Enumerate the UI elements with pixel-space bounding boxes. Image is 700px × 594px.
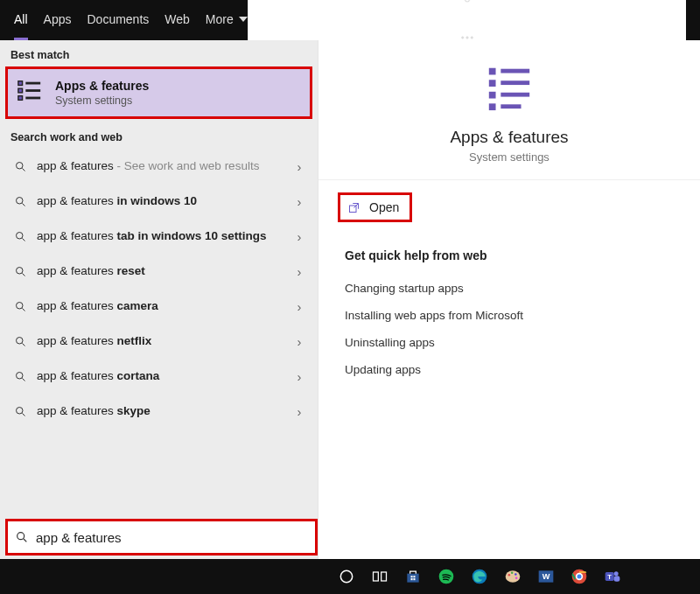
detail-title: Apps & features	[336, 128, 682, 147]
svg-line-23	[22, 378, 24, 381]
svg-point-52	[515, 577, 518, 579]
svg-point-49	[508, 574, 511, 577]
svg-rect-43	[413, 576, 415, 577]
taskbar-word-icon[interactable]: W	[532, 563, 560, 591]
help-link[interactable]: Updating apps	[345, 356, 674, 383]
svg-point-50	[511, 572, 514, 575]
suggestion-text: app & features camera	[37, 299, 283, 314]
svg-point-51	[514, 573, 517, 576]
svg-line-25	[22, 413, 24, 416]
svg-rect-28	[489, 68, 496, 75]
svg-line-11	[22, 168, 24, 171]
svg-rect-5	[18, 88, 23, 93]
svg-point-22	[16, 372, 23, 379]
feedback-icon[interactable]	[459, 0, 475, 10]
svg-point-24	[16, 407, 23, 414]
best-match-title: Apps & features	[55, 79, 149, 93]
svg-point-1	[461, 37, 463, 38]
svg-point-57	[578, 575, 582, 579]
suggestion-text: app & features cortana	[37, 369, 283, 384]
taskbar-store-icon[interactable]	[399, 563, 427, 591]
svg-point-14	[16, 232, 23, 239]
svg-point-10	[16, 162, 23, 169]
taskbar-spotify-icon[interactable]	[432, 563, 460, 591]
search-icon	[12, 230, 28, 243]
search-suggestion[interactable]: app & features tab in windows 10 setting…	[0, 219, 318, 254]
svg-rect-6	[18, 96, 23, 101]
search-suggestion[interactable]: app & features reset›	[0, 254, 318, 289]
chevron-right-icon: ›	[291, 404, 307, 419]
svg-point-20	[16, 337, 23, 344]
help-link[interactable]: Changing startup apps	[345, 275, 674, 302]
search-suggestion[interactable]: app & features cortana›	[0, 359, 318, 394]
detail-subtitle: System settings	[336, 150, 682, 164]
search-suggestion[interactable]: app & features in windows 10›	[0, 184, 318, 219]
search-suggestion[interactable]: app & features netflix›	[0, 324, 318, 359]
svg-rect-7	[25, 82, 40, 85]
search-suggestion[interactable]: app & features camera›	[0, 289, 318, 324]
scope-tab-documents[interactable]: Documents	[87, 0, 149, 40]
chevron-down-icon	[239, 17, 248, 22]
svg-rect-32	[500, 69, 529, 73]
chevron-right-icon: ›	[291, 229, 307, 244]
best-match-result[interactable]: Apps & features System settings	[5, 66, 312, 119]
svg-rect-41	[407, 574, 418, 583]
scope-tab-web[interactable]: Web	[164, 0, 190, 40]
suggestion-text: app & features tab in windows 10 setting…	[37, 229, 283, 244]
svg-line-27	[24, 539, 26, 542]
scope-tab-more[interactable]: More	[206, 0, 248, 40]
svg-text:W: W	[542, 572, 550, 581]
search-scope-tabs: AllAppsDocumentsWebMore	[0, 0, 700, 40]
svg-rect-31	[489, 103, 496, 110]
taskbar-paint-icon[interactable]	[499, 563, 527, 591]
suggestion-text: app & features reset	[37, 264, 283, 279]
help-link[interactable]: Installing web apps from Microsoft	[345, 302, 674, 329]
svg-line-21	[22, 343, 24, 346]
svg-rect-4	[18, 81, 23, 86]
help-link[interactable]: Uninstalling apps	[345, 329, 674, 356]
svg-rect-30	[489, 92, 496, 99]
search-suggestion[interactable]: app & features - See work and web result…	[0, 149, 318, 184]
search-box[interactable]	[5, 519, 318, 556]
open-button[interactable]: Open	[338, 192, 412, 222]
svg-rect-35	[500, 104, 521, 108]
scope-tab-apps[interactable]: Apps	[44, 0, 72, 40]
svg-rect-45	[413, 578, 415, 580]
svg-rect-39	[374, 572, 379, 581]
search-icon	[12, 265, 28, 278]
taskbar-edge-icon[interactable]	[466, 563, 494, 591]
search-icon	[12, 370, 28, 383]
search-icon	[12, 160, 28, 173]
suggestion-text: app & features in windows 10	[37, 194, 283, 209]
search-icon	[12, 335, 28, 348]
scope-tab-all[interactable]: All	[14, 0, 28, 40]
open-label: Open	[369, 200, 399, 214]
svg-rect-40	[382, 572, 387, 581]
search-results-pane: Best match Apps & features System settin…	[0, 40, 318, 559]
detail-pane: Apps & features System settings Open Get…	[318, 40, 700, 559]
search-web-header: Search work and web	[0, 122, 318, 149]
taskbar-chrome-icon[interactable]	[565, 563, 593, 591]
svg-point-3	[471, 37, 472, 38]
svg-rect-42	[411, 576, 413, 577]
apps-features-icon	[17, 78, 43, 108]
chevron-right-icon: ›	[291, 159, 307, 174]
search-icon	[12, 405, 28, 418]
open-icon	[347, 201, 360, 214]
apps-features-large-icon	[484, 61, 535, 115]
search-suggestion[interactable]: app & features skype›	[0, 394, 318, 429]
svg-rect-9	[25, 97, 40, 100]
chevron-right-icon: ›	[291, 264, 307, 279]
svg-point-2	[466, 37, 468, 38]
svg-line-13	[22, 203, 24, 206]
chevron-right-icon: ›	[291, 194, 307, 209]
taskbar-cortana-icon[interactable]	[332, 563, 360, 591]
svg-line-15	[22, 238, 24, 241]
svg-rect-29	[489, 80, 496, 87]
search-input[interactable]	[36, 530, 308, 545]
suggestion-text: app & features netflix	[37, 334, 283, 349]
taskbar-teams-icon[interactable]: T	[598, 563, 626, 591]
taskbar-task-view-icon[interactable]	[366, 563, 394, 591]
svg-rect-61	[614, 576, 620, 582]
best-match-header: Best match	[0, 40, 318, 66]
